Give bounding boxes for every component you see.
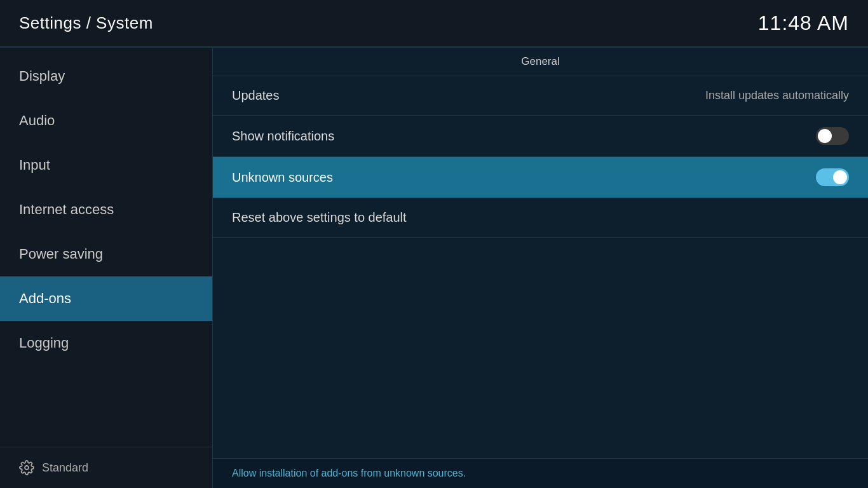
setting-row-reset-settings: Reset above settings to default xyxy=(213,198,868,238)
sidebar-item-input[interactable]: Input xyxy=(0,143,212,187)
header: Settings / System 11:48 AM xyxy=(0,0,868,48)
settings-list: UpdatesInstall updates automaticallyShow… xyxy=(213,76,868,458)
gear-icon xyxy=(19,460,34,475)
svg-point-0 xyxy=(25,466,29,470)
toggle-unknown-sources[interactable] xyxy=(816,168,849,186)
sidebar: DisplayAudioInputInternet accessPower sa… xyxy=(0,48,213,488)
sidebar-footer[interactable]: Standard xyxy=(0,447,212,488)
status-text: Allow installation of add-ons from unkno… xyxy=(232,468,466,478)
clock: 11:48 AM xyxy=(758,11,849,35)
main-layout: DisplayAudioInputInternet accessPower sa… xyxy=(0,48,868,488)
sidebar-item-audio[interactable]: Audio xyxy=(0,98,212,143)
setting-label-unknown-sources: Unknown sources xyxy=(232,170,333,185)
sidebar-item-display[interactable]: Display xyxy=(0,54,212,98)
toggle-knob-show-notifications xyxy=(818,129,832,143)
settings-level-label: Standard xyxy=(42,461,88,475)
sidebar-item-internet-access[interactable]: Internet access xyxy=(0,187,212,232)
setting-row-updates[interactable]: UpdatesInstall updates automatically xyxy=(213,76,868,116)
setting-row-unknown-sources[interactable]: Unknown sources xyxy=(213,157,868,198)
section-header: General xyxy=(213,48,868,76)
sidebar-nav: DisplayAudioInputInternet accessPower sa… xyxy=(0,48,212,447)
content-area: General UpdatesInstall updates automatic… xyxy=(213,48,868,488)
setting-label-updates: Updates xyxy=(232,88,280,103)
setting-row-show-notifications[interactable]: Show notifications xyxy=(213,116,868,157)
setting-value-updates: Install updates automatically xyxy=(705,89,849,102)
status-bar: Allow installation of add-ons from unkno… xyxy=(213,458,868,488)
toggle-show-notifications[interactable] xyxy=(816,127,849,145)
page-title: Settings / System xyxy=(19,13,153,33)
sidebar-item-power-saving[interactable]: Power saving xyxy=(0,232,212,276)
setting-label-reset-settings: Reset above settings to default xyxy=(232,210,407,225)
sidebar-item-logging[interactable]: Logging xyxy=(0,321,212,365)
toggle-knob-unknown-sources xyxy=(833,170,847,184)
content-inner: General UpdatesInstall updates automatic… xyxy=(213,48,868,458)
sidebar-item-add-ons[interactable]: Add-ons xyxy=(0,276,212,321)
setting-label-show-notifications: Show notifications xyxy=(232,129,334,144)
